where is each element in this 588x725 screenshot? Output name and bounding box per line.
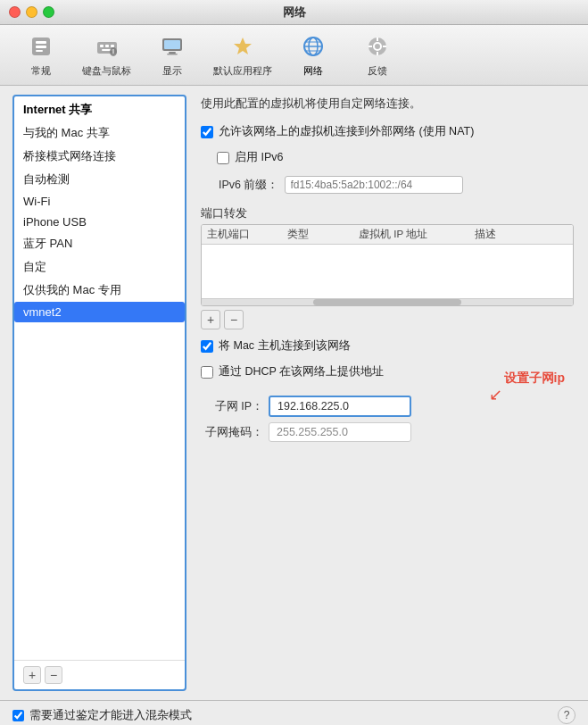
port-table-body bbox=[202, 245, 573, 298]
sidebar-footer: + − bbox=[14, 660, 185, 689]
sidebar-item-custom[interactable]: 自定 bbox=[14, 255, 185, 279]
sidebar-item-mac-only[interactable]: 仅供我的 Mac 专用 bbox=[14, 279, 185, 302]
toolbar-item-network[interactable]: 网络 bbox=[290, 32, 336, 78]
ipv6-prefix-label: IPv6 前缀： bbox=[219, 178, 279, 193]
svg-rect-14 bbox=[167, 54, 178, 55]
svg-rect-5 bbox=[100, 45, 104, 47]
enable-ipv6-checkbox[interactable] bbox=[217, 152, 229, 164]
ipv6-prefix-row: IPv6 前缀： bbox=[201, 176, 574, 194]
port-remove-button[interactable]: − bbox=[224, 310, 244, 329]
svg-rect-2 bbox=[36, 46, 46, 48]
subnet-ip-label: 子网 IP： bbox=[201, 399, 263, 414]
port-footer: + − bbox=[201, 310, 574, 329]
minimize-button[interactable] bbox=[26, 6, 37, 18]
port-forwarding-section: 端口转发 主机端口 类型 虚拟机 IP 地址 描述 + − bbox=[201, 206, 574, 329]
window-title: 网络 bbox=[283, 4, 306, 21]
window-controls bbox=[9, 6, 54, 18]
content-panel: 使用此配置的虚拟机将使用自定网络连接。 允许该网络上的虚拟机连接到外部网络 (使… bbox=[186, 86, 588, 700]
svg-rect-6 bbox=[105, 45, 109, 47]
svg-rect-13 bbox=[169, 52, 176, 54]
port-scrollbar-thumb bbox=[313, 299, 461, 305]
keyboard-icon bbox=[93, 32, 121, 61]
bottom-bar: 需要通过鉴定才能进入混杂模式 ? 🔒 点按锁锁按钮以防止再次更改。 还原 应用 bbox=[0, 700, 588, 725]
svg-marker-15 bbox=[234, 38, 252, 54]
sidebar-item-vmnet2[interactable]: vmnet2 bbox=[14, 302, 185, 322]
annotation-arrow-icon: ↙ bbox=[489, 385, 502, 404]
allow-nat-checkbox[interactable] bbox=[201, 126, 213, 138]
annotation-label: 设置子网ip bbox=[504, 371, 565, 387]
dhcp-provide-checkbox[interactable] bbox=[201, 366, 213, 379]
help-button[interactable]: ? bbox=[558, 706, 576, 724]
feedback-icon bbox=[363, 32, 392, 61]
main-panel: Internet 共享 与我的 Mac 共享 桥接模式网络连接 自动检测 Wi-… bbox=[0, 86, 588, 700]
svg-rect-1 bbox=[36, 41, 46, 44]
port-forwarding-label: 端口转发 bbox=[201, 206, 574, 221]
enable-ipv6-label: 启用 IPv6 bbox=[235, 150, 284, 165]
subnet-ip-input[interactable] bbox=[269, 396, 411, 417]
subnet-mask-row: 子网掩码： bbox=[201, 422, 574, 442]
allow-nat-row: 允许该网络上的虚拟机连接到外部网络 (使用 NAT) bbox=[201, 124, 574, 139]
svg-rect-12 bbox=[164, 40, 180, 49]
col-vm-ip: 虚拟机 IP 地址 bbox=[359, 228, 475, 241]
promiscuous-label: 需要通过鉴定才能进入混杂模式 bbox=[29, 708, 192, 723]
sidebar-item-bluetooth-pan[interactable]: 蓝牙 PAN bbox=[14, 232, 185, 255]
promiscuous-row: 需要通过鉴定才能进入混杂模式 bbox=[12, 708, 192, 723]
toolbar-item-feedback[interactable]: 反馈 bbox=[354, 32, 401, 78]
connect-mac-checkbox[interactable] bbox=[201, 340, 213, 353]
default-apps-label: 默认应用程序 bbox=[213, 64, 272, 78]
promiscuous-checkbox[interactable] bbox=[12, 710, 24, 721]
sidebar-remove-button[interactable]: − bbox=[45, 666, 62, 684]
toolbar-item-display[interactable]: 显示 bbox=[149, 32, 195, 78]
svg-rect-3 bbox=[36, 50, 43, 52]
toolbar-item-keyboard[interactable]: 键盘与鼠标 bbox=[82, 32, 131, 78]
port-table-header: 主机端口 类型 虚拟机 IP 地址 描述 bbox=[202, 225, 573, 245]
feedback-label: 反馈 bbox=[368, 64, 387, 78]
sidebar-item-share-with-mac[interactable]: 与我的 Mac 共享 bbox=[14, 121, 185, 145]
col-host-port: 主机端口 bbox=[207, 228, 287, 241]
subnet-mask-input[interactable] bbox=[269, 422, 411, 442]
subnet-mask-label: 子网掩码： bbox=[201, 425, 263, 440]
port-table: 主机端口 类型 虚拟机 IP 地址 描述 bbox=[201, 224, 574, 306]
col-type: 类型 bbox=[287, 228, 359, 241]
general-label: 常规 bbox=[31, 64, 51, 78]
enable-ipv6-row: 启用 IPv6 bbox=[201, 150, 574, 165]
maximize-button[interactable] bbox=[43, 6, 54, 18]
sidebar-add-button[interactable]: + bbox=[23, 666, 41, 684]
dhcp-provide-label: 通过 DHCP 在该网络上提供地址 bbox=[219, 364, 384, 379]
sidebar-item-iphone-usb[interactable]: iPhone USB bbox=[14, 212, 185, 232]
subnet-ip-row: 子网 IP： bbox=[201, 396, 574, 417]
allow-nat-label: 允许该网络上的虚拟机连接到外部网络 (使用 NAT) bbox=[219, 124, 474, 139]
display-icon bbox=[158, 32, 186, 61]
title-bar: 网络 bbox=[0, 0, 588, 25]
port-add-button[interactable]: + bbox=[201, 310, 220, 329]
toolbar: 常规 键盘与鼠标 显示 bbox=[0, 25, 588, 86]
keyboard-label: 键盘与鼠标 bbox=[82, 64, 131, 78]
description-text: 使用此配置的虚拟机将使用自定网络连接。 bbox=[201, 96, 574, 112]
general-icon bbox=[27, 32, 55, 61]
close-button[interactable] bbox=[9, 6, 21, 18]
bottom-row1: 需要通过鉴定才能进入混杂模式 ? bbox=[12, 706, 576, 724]
ipv6-prefix-input[interactable] bbox=[285, 176, 463, 194]
sidebar-item-wifi[interactable]: Wi-Fi bbox=[14, 191, 185, 212]
connect-mac-row: 将 Mac 主机连接到该网络 bbox=[201, 338, 574, 354]
port-scrollbar[interactable] bbox=[202, 298, 573, 305]
network-icon bbox=[299, 32, 327, 61]
svg-rect-7 bbox=[111, 45, 114, 47]
sidebar: Internet 共享 与我的 Mac 共享 桥接模式网络连接 自动检测 Wi-… bbox=[12, 95, 186, 691]
col-desc: 描述 bbox=[475, 228, 567, 241]
toolbar-item-default-apps[interactable]: 默认应用程序 bbox=[213, 32, 272, 78]
subnet-section: 设置子网ip ↙ 子网 IP： 子网掩码： bbox=[201, 396, 574, 442]
network-label: 网络 bbox=[303, 64, 323, 78]
toolbar-item-general[interactable]: 常规 bbox=[18, 32, 64, 78]
sidebar-item-bridge-network[interactable]: 桥接模式网络连接 bbox=[14, 145, 185, 168]
default-apps-icon bbox=[228, 32, 257, 61]
connect-mac-label: 将 Mac 主机连接到该网络 bbox=[219, 338, 351, 354]
sidebar-item-internet-sharing[interactable]: Internet 共享 bbox=[14, 96, 185, 121]
display-label: 显示 bbox=[162, 64, 182, 78]
sidebar-item-auto-detect[interactable]: 自动检测 bbox=[14, 168, 185, 191]
